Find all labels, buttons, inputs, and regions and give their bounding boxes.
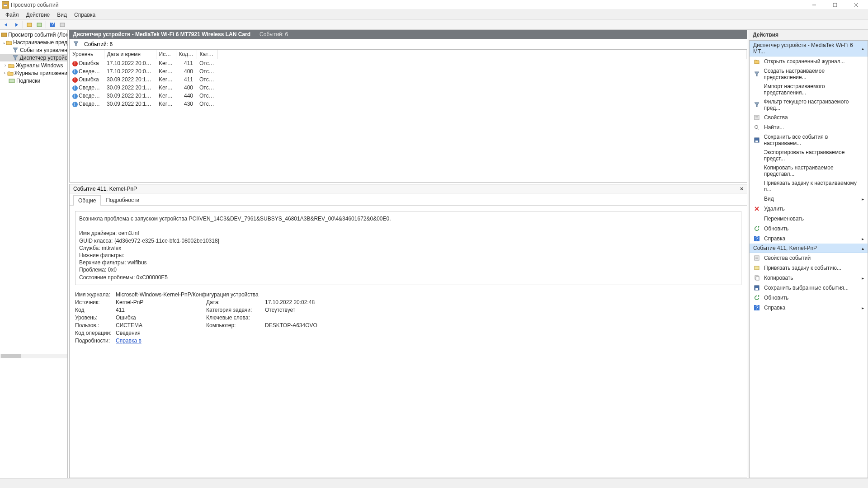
svg-text:?: ? <box>755 235 759 242</box>
action-item[interactable]: Найти... <box>750 122 868 132</box>
action-item[interactable]: Открыть сохраненный журнал... <box>750 56 868 66</box>
info-icon: i <box>72 85 78 91</box>
toolbar-btn-2[interactable] <box>35 21 44 29</box>
action-item[interactable]: Сохранить все события в настраиваем... <box>750 132 868 148</box>
table-row[interactable]: iСведения30.09.2022 20:15:14Kerne...400О… <box>70 84 747 92</box>
action-item[interactable]: Копировать настраиваемое представл... <box>750 163 868 178</box>
action-item[interactable]: Создать настраиваемое представление... <box>750 66 868 82</box>
field-label: Источник: <box>75 299 116 305</box>
action-item[interactable]: Фильтр текущего настраиваемого пред... <box>750 97 868 113</box>
action-item[interactable]: Привязать задачу к настраиваемому п... <box>750 178 868 194</box>
action-item[interactable]: Обновить <box>750 224 868 234</box>
center-title: Диспетчер устройств - MediaTek Wi-Fi 6 M… <box>73 31 250 38</box>
tree-admin-events[interactable]: События управлен <box>0 46 67 54</box>
action-label: Копировать настраиваемое представл... <box>764 164 864 177</box>
action-item[interactable]: Импорт настраиваемого представления... <box>750 82 868 97</box>
tree-root[interactable]: Просмотр событий (Лок <box>0 31 67 38</box>
tab-general[interactable]: Общие <box>73 195 101 206</box>
filter-icon <box>753 70 760 78</box>
action-label: Сохранить выбранные события... <box>764 285 849 291</box>
tree-windows-logs[interactable]: › Журналы Windows <box>0 61 67 69</box>
blank-icon <box>753 86 760 93</box>
svg-text:i: i <box>74 69 75 75</box>
table-row[interactable]: iСведения30.09.2022 20:15:09Kerne...430О… <box>70 100 747 108</box>
col-source[interactable]: Исто... <box>156 50 176 59</box>
detail-body: Возникла проблема с запуском устройства … <box>70 206 747 478</box>
menu-help[interactable]: Справка <box>71 11 99 19</box>
table-row[interactable]: !Ошибка17.10.2022 20:02:48Kerne...411Отс… <box>70 59 747 68</box>
svg-text:i: i <box>74 94 75 99</box>
collapse-icon: ▴ <box>862 46 864 51</box>
toolbar-btn-3[interactable] <box>58 21 67 29</box>
titlebar: Просмотр событий <box>0 0 868 10</box>
app-icon <box>2 1 9 9</box>
toolbar-btn-1[interactable] <box>25 21 34 29</box>
field-label: Код <box>75 307 116 313</box>
action-item[interactable]: Копировать▸ <box>750 273 868 283</box>
menu-action[interactable]: Действие <box>23 11 54 19</box>
menu-file[interactable]: Файл <box>2 11 23 19</box>
col-category[interactable]: Катег... <box>197 50 217 59</box>
filter-icon <box>753 101 760 108</box>
action-label: Копировать <box>764 275 793 281</box>
actions-section-view[interactable]: Диспетчер устройств - MediaTek Wi-Fi 6 M… <box>750 41 868 56</box>
close-button[interactable] <box>845 0 866 10</box>
action-item[interactable]: Вид▸ <box>750 194 868 204</box>
detail-close-button[interactable]: × <box>740 186 743 192</box>
action-item[interactable]: Обновить <box>750 293 868 303</box>
actions-section-event[interactable]: Событие 411, Kernel-PnP▴ <box>750 244 868 253</box>
event-list[interactable]: Уровень Дата и время Исто... Код с... Ка… <box>69 50 747 183</box>
tree-hscroll[interactable] <box>0 354 67 358</box>
nav-back-button[interactable] <box>2 21 11 29</box>
action-item[interactable]: ?Справка▸ <box>750 234 868 244</box>
table-row[interactable]: iСведения30.09.2022 20:15:14Kerne...440О… <box>70 92 747 100</box>
tree-subscriptions[interactable]: Подписки <box>0 77 67 84</box>
folder-icon <box>7 70 13 76</box>
action-label: Найти... <box>764 124 784 131</box>
col-level[interactable]: Уровень <box>70 50 104 59</box>
table-row[interactable]: !Ошибка30.09.2022 20:15:14Kerne...411Отс… <box>70 75 747 84</box>
statusbar <box>0 478 868 488</box>
tree-custom-views[interactable]: ⌄ Настраиваемые пред <box>0 38 67 46</box>
event-table[interactable]: Уровень Дата и время Исто... Код с... Ка… <box>70 50 747 108</box>
action-item[interactable]: Удалить <box>750 204 868 214</box>
navigation-tree[interactable]: Просмотр событий (Лок ⌄ Настраиваемые пр… <box>0 30 68 478</box>
action-item[interactable]: Привязать задачу к событию... <box>750 263 868 273</box>
action-item[interactable]: Экспортировать настраиваемое предст... <box>750 148 868 163</box>
help-link[interactable]: Справка в <box>116 338 142 344</box>
action-label: Привязать задачу к настраиваемому п... <box>764 180 864 192</box>
nav-forward-button[interactable] <box>12 21 21 29</box>
expand-icon[interactable]: › <box>3 70 7 75</box>
action-item[interactable]: Сохранить выбранные события... <box>750 283 868 293</box>
svg-rect-31 <box>755 141 758 142</box>
toolbar-help-button[interactable]: ? <box>48 21 57 29</box>
maximize-button[interactable] <box>825 0 845 10</box>
minimize-button[interactable] <box>804 0 825 10</box>
col-datetime[interactable]: Дата и время <box>104 50 156 59</box>
action-item[interactable]: Свойства событий <box>750 253 868 263</box>
svg-rect-6 <box>27 23 32 27</box>
table-header-row[interactable]: Уровень Дата и время Исто... Код с... Ка… <box>70 50 747 59</box>
detail-pane: Событие 411, Kernel-PnP × Общие Подробно… <box>69 184 747 478</box>
copy-icon <box>753 274 760 282</box>
action-item[interactable]: Переименовать <box>750 214 868 224</box>
expand-icon[interactable]: › <box>3 63 8 68</box>
action-label: Свойства <box>764 114 788 121</box>
chevron-right-icon: ▸ <box>862 276 864 281</box>
event-viewer-icon <box>1 32 7 38</box>
field-value: 411 <box>116 307 206 313</box>
table-row[interactable]: iСведения17.10.2022 20:02:48Kerne...400О… <box>70 67 747 75</box>
action-item[interactable]: Свойства <box>750 113 868 122</box>
col-id[interactable]: Код с... <box>176 50 197 59</box>
tree-app-logs[interactable]: › Журналы приложени <box>0 69 67 77</box>
collapse-icon[interactable]: ⌄ <box>2 40 6 45</box>
svg-rect-1 <box>4 4 7 5</box>
detail-message[interactable]: Возникла проблема с запуском устройства … <box>75 211 741 285</box>
action-item[interactable]: ?Справка▸ <box>750 303 868 313</box>
svg-point-28 <box>755 126 758 129</box>
tab-details[interactable]: Подробности <box>101 195 144 205</box>
field-value: Отсутствует <box>265 307 401 313</box>
menu-view[interactable]: Вид <box>53 11 71 19</box>
menubar: Файл Действие Вид Справка <box>0 10 868 20</box>
tree-device-manager[interactable]: Диспетчер устройс <box>0 54 67 61</box>
